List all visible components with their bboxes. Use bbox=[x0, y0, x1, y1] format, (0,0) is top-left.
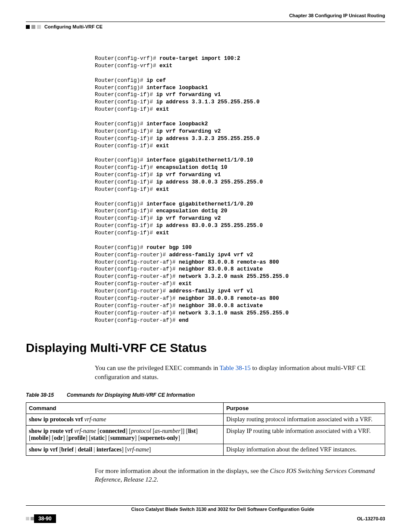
chapter-text: Chapter 38 Configuring IP Unicast Routin… bbox=[289, 13, 385, 18]
intro-paragraph: You can use the privileged EXEC commands… bbox=[95, 364, 385, 381]
col-command: Command bbox=[26, 402, 224, 414]
table-row: show ip vrf [brief | detail | interfaces… bbox=[26, 444, 385, 455]
purpose-cell: Display information about the defined VR… bbox=[224, 444, 385, 455]
footer-left: 38-90 bbox=[26, 514, 59, 523]
table-caption: Table 38-15Commands for Displaying Multi… bbox=[26, 392, 385, 398]
purpose-cell: Display IP routing table information ass… bbox=[224, 425, 385, 444]
outro-paragraph: For more information about the informati… bbox=[95, 467, 385, 484]
page-header: Chapter 38 Configuring IP Unicast Routin… bbox=[26, 13, 385, 18]
table-row: show ip route vrf vrf-name [connected] [… bbox=[26, 425, 385, 444]
footer-title: Cisco Catalyst Blade Switch 3130 and 303… bbox=[131, 507, 314, 512]
marker-square-light bbox=[37, 25, 41, 29]
commands-table: Command Purpose show ip protocols vrf vr… bbox=[26, 402, 385, 456]
table-xref[interactable]: Table 38-15 bbox=[220, 364, 251, 371]
page-footer: 38-90 OL-13270-03 bbox=[26, 514, 385, 523]
page-number: 38-90 bbox=[34, 514, 56, 523]
table-header-row: Command Purpose bbox=[26, 402, 385, 414]
command-cell: show ip route vrf vrf-name [connected] [… bbox=[26, 425, 224, 444]
section-marker: Configuring Multi-VRF CE bbox=[26, 24, 385, 29]
purpose-cell: Display routing protocol information ass… bbox=[224, 414, 385, 425]
cli-output: Router(config-vrf)# route-target import … bbox=[95, 55, 385, 324]
table-row: show ip protocols vrf vrf-name Display r… bbox=[26, 414, 385, 425]
footer-title-wrap: Cisco Catalyst Blade Switch 3130 and 303… bbox=[26, 506, 385, 513]
marker-square-dark bbox=[26, 25, 30, 29]
header-rule bbox=[26, 22, 385, 22]
section-title: Configuring Multi-VRF CE bbox=[44, 24, 103, 29]
marker-square-mid bbox=[31, 25, 35, 29]
heading-displaying-status: Displaying Multi-VRF CE Status bbox=[26, 341, 385, 355]
col-purpose: Purpose bbox=[224, 402, 385, 414]
doc-id: OL-13270-03 bbox=[357, 516, 385, 521]
command-cell: show ip vrf [brief | detail | interfaces… bbox=[26, 444, 224, 455]
command-cell: show ip protocols vrf vrf-name bbox=[26, 414, 224, 425]
footer-marker bbox=[26, 517, 34, 520]
